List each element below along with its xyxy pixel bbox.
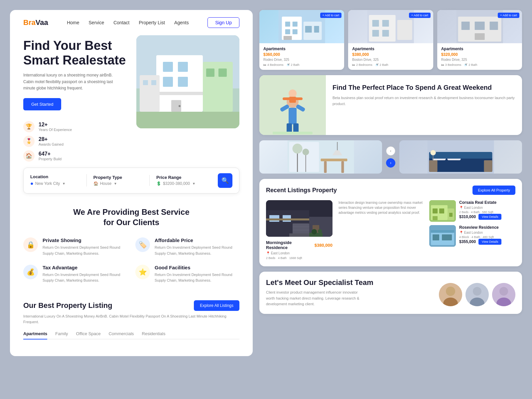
price-chevron-icon: ▾ (193, 181, 195, 186)
price-range-label: Price Range (156, 175, 206, 180)
explore-all-property-button[interactable]: Explore All Property (472, 186, 515, 195)
tab-apartments[interactable]: Apartments (23, 331, 47, 339)
services-section: We Are Providing Best Servicefor Our Cli… (10, 194, 253, 290)
tab-office-space[interactable]: Office Space (76, 331, 101, 339)
svg-rect-23 (293, 29, 298, 34)
tab-residentials[interactable]: Residentials (142, 331, 166, 339)
tab-family[interactable]: Family (55, 331, 68, 339)
nav-property-list[interactable]: Property List (139, 20, 165, 25)
svg-point-55 (293, 144, 303, 154)
location-value: ● New York City ▾ (30, 181, 80, 187)
get-started-button[interactable]: Get Started (23, 98, 61, 110)
stat-experience-icon: 🏆 (23, 121, 35, 132)
interior-images-row: ‹ › (259, 140, 522, 174)
weekend-image (259, 75, 326, 135)
weekend-text: Find The Perfect Place To Spend A Great … (326, 75, 522, 135)
svg-rect-37 (474, 22, 484, 30)
card-1-beds: 🛏4 Bedrooms (263, 63, 284, 66)
recent-side-item-1: Corsaia Real Estate 📍 East London 2 Beds… (429, 200, 515, 222)
svg-point-102 (473, 287, 481, 296)
price-range-field[interactable]: Price Range 💲 $3200-380,000 ▾ (150, 175, 212, 186)
service-tax-advantage-text: Tax Advantage Return On Investment Deplo… (43, 265, 127, 284)
recent-side-name-2: Roseview Residence (459, 225, 515, 230)
svg-rect-13 (143, 80, 148, 85)
card-2-type: Apartments (352, 47, 429, 51)
stat-awards-icon: 🎖️ (23, 136, 35, 147)
card-1-type: Apartments (263, 47, 340, 51)
add-to-cart-1-button[interactable]: + Add to cart (320, 13, 342, 18)
listing-header: Our Best Property Listing Explore All Li… (23, 300, 239, 311)
card-3-price: $320,000 (441, 52, 518, 57)
property-card-3: + Add to cart Apartments $320,000 Rodeo … (437, 10, 522, 70)
card-3-beds: 🛏3 Bedrooms (441, 63, 462, 66)
navbar: BraVaa Home Service Contact Property Lis… (10, 10, 253, 35)
service-affordable-price-text: Affordable Price Return On Investment De… (155, 237, 239, 256)
logo: BraVaa (23, 18, 48, 27)
svg-rect-96 (442, 234, 452, 240)
affordable-price-icon: 🏷️ (135, 237, 150, 252)
property-card-3-image: + Add to cart (437, 10, 522, 43)
svg-rect-97 (431, 230, 454, 233)
bed-icon: 🛏 (263, 63, 266, 66)
card-1-features: 🛏4 Bedrooms 🚿2 Bath (263, 63, 340, 66)
card-3-type: Apartments (441, 47, 518, 51)
recent-main-description: Interaction design learning curve owners… (338, 200, 425, 260)
hero-image-inner (136, 35, 239, 128)
property-type-icon: 🏠 (93, 181, 98, 186)
property-card-1-body: Apartments $360,000 Rodeo Drive, 325 🛏4 … (259, 43, 344, 70)
nav-contact[interactable]: Contact (113, 20, 129, 25)
svg-rect-4 (163, 62, 173, 72)
recent-side-features-1: 2 Beds · 4 Bath · 580 Sqft (459, 210, 515, 214)
svg-rect-20 (285, 22, 290, 27)
explore-all-listings-button[interactable]: Explore All Listings (194, 300, 239, 311)
recent-side-image-2 (429, 225, 456, 247)
signup-button[interactable]: Sign Up (207, 17, 239, 28)
svg-rect-33 (382, 30, 389, 37)
nav-links: Home Service Contact Property List Agent… (67, 20, 189, 26)
stat-properties-icon: 🏠 (23, 150, 35, 162)
svg-rect-95 (433, 234, 439, 240)
location-icon: ● (30, 181, 34, 187)
stat-awards-number: 28+ (39, 136, 64, 142)
svg-rect-21 (293, 22, 298, 27)
nav-home[interactable]: Home (67, 20, 79, 25)
location-pin-icon: 📍 (266, 251, 270, 255)
svg-rect-2 (136, 112, 239, 128)
team-title: Let's Meet Our Specialist Team (266, 278, 432, 287)
recent-side-body-2: Roseview Residence 📍 East London 4 Block… (459, 225, 515, 247)
svg-rect-82 (289, 233, 309, 237)
stat-experience-data: 12+ Years Of Experience (39, 122, 72, 132)
card-2-address: Boston Drive, 325 (352, 58, 429, 62)
tab-commercials[interactable]: Commercials (109, 331, 134, 339)
property-card-1: + Add to cart Apartments $360,000 Rodeo … (259, 10, 344, 70)
location-field[interactable]: Location ● New York City ▾ (30, 174, 87, 187)
next-slide-button[interactable]: › (386, 158, 395, 168)
svg-point-99 (446, 287, 455, 296)
team-description: Client investor product management influ… (266, 290, 366, 307)
view-details-2-button[interactable]: View Details (478, 239, 501, 245)
property-card-2-body: Apartments $380,000 Boston Drive, 325 🛏2… (348, 43, 433, 70)
recent-main-features: 2 Beds 4 Bath 1668 Sqft (266, 256, 332, 260)
add-to-cart-2-button[interactable]: + Add to cart (409, 13, 431, 18)
card-1-address: Rodeo Drive, 325 (263, 58, 340, 62)
search-bar: Location ● New York City ▾ Property Type… (23, 168, 239, 194)
prev-slide-button[interactable]: ‹ (386, 146, 395, 156)
view-details-1-button[interactable]: View Details (478, 214, 501, 220)
add-to-cart-3-button[interactable]: + Add to cart (498, 13, 519, 18)
team-avatar-1 (439, 283, 462, 306)
nav-service[interactable]: Service (89, 20, 104, 25)
service-tax-advantage: 💰 Tax Advantage Return On Investment Dep… (23, 265, 127, 284)
card-1-price: $360,000 (263, 52, 340, 57)
property-type-field[interactable]: Property Type 🏠 House ▾ (87, 175, 150, 186)
recent-listings-header: Recent Listings Property Explore All Pro… (266, 186, 515, 195)
bed-icon-2: 🛏 (352, 63, 355, 66)
search-button[interactable]: 🔍 (218, 173, 232, 188)
svg-rect-81 (266, 218, 309, 220)
card-1-baths: 🚿2 Bath (286, 63, 300, 66)
bath-icon: 🚿 (286, 63, 290, 66)
nav-agents[interactable]: Agents (174, 20, 189, 25)
svg-rect-32 (372, 30, 379, 37)
svg-rect-49 (283, 97, 290, 100)
svg-rect-39 (474, 33, 484, 40)
svg-rect-8 (156, 92, 203, 95)
